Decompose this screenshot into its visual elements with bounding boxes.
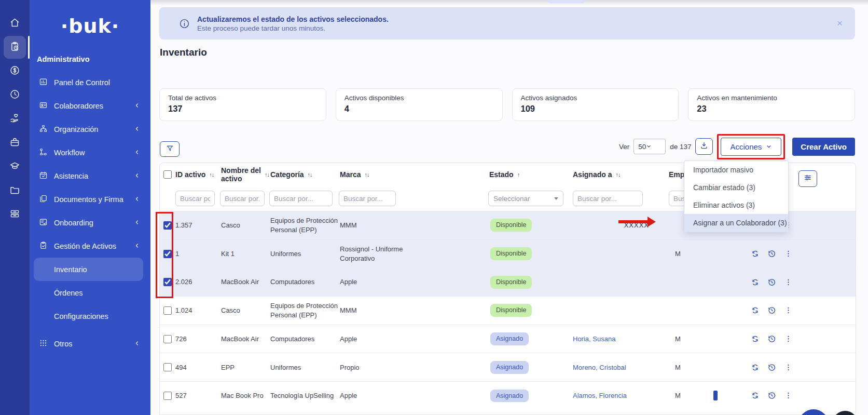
stat-label: Total de activos [168, 94, 318, 102]
column-header-asignado[interactable]: Asignado a↑↓ [569, 170, 665, 179]
cell-marca: MMM [339, 306, 422, 315]
sidebar-item-label: Órdenes [54, 289, 83, 297]
row-checkbox[interactable] [163, 335, 172, 343]
kebab-menu-icon[interactable] [784, 249, 793, 258]
create-asset-button[interactable]: Crear Activo [792, 138, 855, 156]
change-state-icon[interactable] [751, 391, 760, 400]
stat-value: 4 [345, 104, 494, 114]
column-header-estado[interactable]: Estado↑ [486, 170, 569, 179]
assigned-person-link[interactable]: Moreno, Cristobal [573, 364, 626, 371]
sidebar-item-workflow[interactable]: Workflow [30, 141, 150, 164]
sidebar-item-label: Onboarding [54, 219, 93, 227]
actions-button[interactable]: Acciones [721, 138, 781, 156]
menu-item-asignar-colaborador[interactable]: Asignar a un Colaborador (3) [684, 214, 788, 232]
row-checkbox[interactable] [163, 278, 172, 286]
history-icon[interactable] [767, 391, 776, 400]
page-size-select[interactable]: 50 [633, 139, 666, 154]
view-label: Ver [619, 143, 629, 151]
menu-item-eliminar-activos[interactable]: Eliminar activos (3) [684, 196, 788, 214]
rail-home-item[interactable] [0, 11, 30, 35]
filter-estado-select[interactable]: Seleccionar [488, 191, 563, 206]
kebab-menu-icon[interactable] [784, 391, 793, 400]
column-header-marca[interactable]: Marca↑↓ [339, 170, 486, 179]
rail-archive-item[interactable] [0, 203, 30, 226]
table-row: 1.024 Casco Equipos de Protección Person… [160, 296, 856, 325]
rail-training-item[interactable] [0, 155, 30, 179]
kebab-menu-icon[interactable] [784, 334, 793, 343]
column-settings-button[interactable] [798, 170, 817, 187]
sidebar-item-configuraciones[interactable]: Configuraciones [30, 304, 150, 328]
menu-item-importador-masivo[interactable]: Importador masivo [684, 161, 788, 179]
rail-time-item[interactable] [0, 83, 30, 107]
row-checkbox[interactable] [163, 392, 172, 400]
row-checkbox[interactable] [163, 363, 172, 371]
rail-compensation-item[interactable] [0, 131, 30, 155]
column-header-id[interactable]: ID activo↑↓ [174, 170, 220, 179]
cell-marca: Apple [339, 277, 422, 287]
sidebar-item-inventario[interactable]: Inventario [34, 258, 143, 281]
row-checkbox[interactable] [163, 250, 172, 258]
filter-marca-input[interactable] [339, 191, 396, 206]
sidebar-item-asistencia[interactable]: Asistencia [30, 164, 150, 188]
cell-id: 1 [174, 249, 220, 259]
kebab-menu-icon[interactable] [784, 278, 793, 287]
sidebar-item-ordenes[interactable]: Órdenes [30, 281, 150, 304]
sidebar-item-documentos-y-firma[interactable]: Documentos y Firma [30, 188, 150, 211]
column-header-categoria[interactable]: Categoría↑↓ [269, 170, 339, 179]
banner-title: Actualizaremos el estado de los activos … [197, 15, 389, 23]
column-header-nombre[interactable]: Nombre del activo↑↓ [220, 166, 269, 183]
compensation-box-icon [9, 137, 20, 150]
history-icon[interactable] [767, 278, 776, 287]
buk-logo: ·buk· [30, 15, 150, 37]
sidebar-item-colaboradores[interactable]: Colaboradores [30, 94, 150, 117]
status-badge: Disponible [490, 276, 532, 289]
filter-asignado-input[interactable] [573, 191, 643, 206]
history-icon[interactable] [767, 306, 776, 315]
close-icon[interactable]: × [837, 18, 843, 29]
change-state-icon[interactable] [751, 249, 760, 258]
rail-assets-item[interactable] [0, 35, 30, 59]
download-button[interactable] [695, 138, 713, 155]
row-checkbox[interactable] [163, 306, 172, 315]
clock-icon [9, 89, 20, 102]
sidebar-item-label: Asistencia [54, 172, 88, 180]
rail-documents-item[interactable] [0, 179, 30, 203]
chevron-left-icon [134, 172, 140, 180]
change-state-icon[interactable] [751, 306, 760, 315]
toolbar: Ver 50 de 137 Acciones Crear Activo [619, 134, 855, 159]
select-all-checkbox[interactable] [163, 170, 172, 179]
filter-categoria-input[interactable] [269, 191, 333, 206]
table-row: 726 MacBook Air Computadores Apple Asign… [160, 325, 856, 353]
cell-id: 1.357 [174, 221, 220, 230]
rail-benefits-item[interactable] [0, 107, 30, 131]
sidebar-item-panel-de-control[interactable]: Panel de Control [30, 71, 150, 94]
rail-payroll-item[interactable] [0, 59, 30, 83]
change-state-icon[interactable] [751, 334, 760, 343]
sidebar-item-label: Workflow [54, 149, 85, 157]
stat-card-disponibles: Activos disponibles 4 [336, 88, 503, 121]
sidebar-item-onboarding[interactable]: Onboarding [30, 211, 150, 234]
sort-icon: ↑↓ [615, 171, 620, 178]
filter-button[interactable] [160, 141, 180, 157]
history-icon[interactable] [767, 363, 776, 372]
filter-id-input[interactable] [175, 191, 215, 206]
cell-empresa: M [665, 363, 727, 372]
sidebar-item-otros[interactable]: Otros [30, 332, 150, 355]
sidebar-item-organizacion[interactable]: Organización [30, 117, 150, 141]
estado-select-placeholder: Seleccionar [493, 195, 530, 203]
cell-categoria: Equipos de Protección Personal (EPP) [269, 301, 339, 319]
history-icon[interactable] [767, 334, 776, 343]
history-icon[interactable] [767, 249, 776, 258]
assigned-person-link[interactable]: Alamos, Florencia [573, 392, 627, 399]
kebab-menu-icon[interactable] [784, 306, 793, 315]
row-checkbox[interactable] [163, 221, 172, 230]
stats-row: Total de activos 137 Activos disponibles… [159, 88, 855, 121]
menu-item-cambiar-estado[interactable]: Cambiar estado (3) [684, 179, 788, 196]
assigned-person-link[interactable]: Horia, Susana [573, 335, 615, 343]
kebab-menu-icon[interactable] [784, 363, 793, 372]
filter-nombre-input[interactable] [220, 191, 265, 206]
page-title: Inventario [160, 47, 207, 58]
change-state-icon[interactable] [751, 278, 760, 287]
sidebar-item-gestion-de-activos[interactable]: Gestión de Activos [30, 234, 150, 258]
change-state-icon[interactable] [751, 363, 760, 372]
